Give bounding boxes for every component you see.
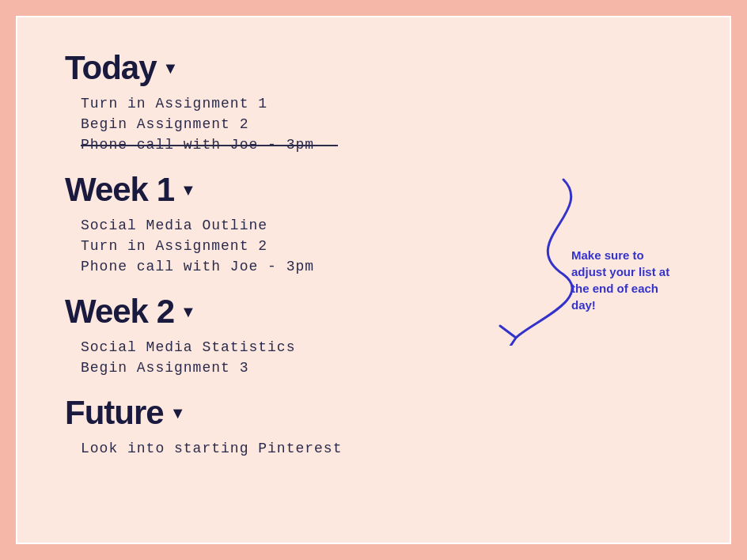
chevron-down-icon-future: ▼ bbox=[170, 404, 185, 422]
list-item: Phone call with Joe - 3pm bbox=[81, 134, 682, 155]
task-list-today: Turn in Assignment 1 Begin Assignment 2 … bbox=[65, 93, 682, 155]
annotation-callout: Make sure to adjust your list at the end… bbox=[571, 247, 682, 313]
list-item: Begin Assignment 3 bbox=[81, 358, 682, 378]
chevron-down-icon-week1: ▼ bbox=[180, 181, 195, 199]
section-heading-future: Future ▼ bbox=[65, 394, 682, 432]
list-item: Turn in Assignment 1 bbox=[81, 93, 682, 114]
section-future: Future ▼ Look into starting Pinterest bbox=[65, 394, 682, 459]
heading-text-future: Future bbox=[65, 394, 164, 432]
heading-text-today: Today bbox=[65, 49, 157, 87]
section-today: Today ▼ Turn in Assignment 1 Begin Assig… bbox=[65, 49, 682, 155]
strikethrough-task: Phone call with Joe - 3pm bbox=[81, 137, 314, 153]
heading-text-week2: Week 2 bbox=[65, 293, 174, 331]
task-list-future: Look into starting Pinterest bbox=[65, 438, 682, 459]
list-item: Begin Assignment 2 bbox=[81, 114, 682, 134]
heading-text-week1: Week 1 bbox=[65, 171, 174, 209]
page-container: Today ▼ Turn in Assignment 1 Begin Assig… bbox=[16, 16, 731, 544]
list-item: Look into starting Pinterest bbox=[81, 438, 682, 459]
chevron-down-icon-today: ▼ bbox=[163, 59, 178, 78]
chevron-down-icon-week2: ▼ bbox=[180, 303, 195, 321]
annotation-text: Make sure to adjust your list at the end… bbox=[571, 248, 669, 312]
section-heading-today: Today ▼ bbox=[65, 49, 682, 87]
